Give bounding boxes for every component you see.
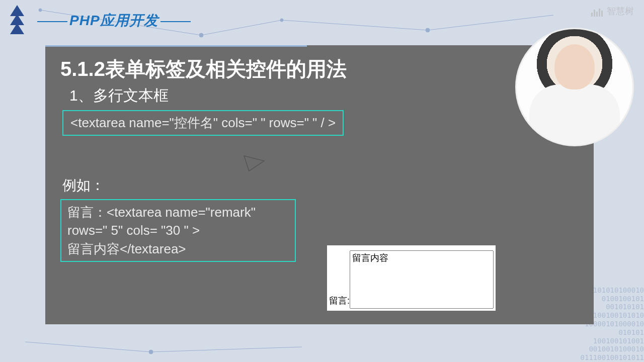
slide-heading: 5.1.2表单标签及相关控件的用法 [60, 55, 579, 83]
svg-line-1 [201, 20, 282, 35]
svg-line-4 [25, 342, 151, 352]
slide-accent-line [45, 45, 307, 47]
cursor-icon [242, 153, 267, 173]
code-line-3: 留言内容</textarea> [67, 240, 289, 258]
watermark: 智慧树 [591, 5, 634, 17]
code-syntax-box: <textarea name="控件名" cols=" " rows=" " /… [62, 110, 344, 136]
render-preview-box: 留言: [327, 245, 496, 311]
svg-line-2 [282, 20, 428, 30]
render-textarea[interactable] [350, 250, 494, 309]
svg-point-8 [426, 28, 430, 32]
presenter-avatar [515, 28, 634, 146]
course-title: PHP应用开发 [35, 11, 193, 30]
svg-point-9 [149, 350, 153, 354]
slide-subtitle: 1、多行文本框 [69, 85, 579, 106]
svg-line-5 [151, 347, 302, 352]
render-label: 留言: [329, 295, 350, 307]
example-label: 例如： [62, 176, 579, 195]
code-example-box: 留言：<textarea name="remark" rows=" 5" col… [60, 199, 296, 262]
code-line-1: 留言：<textarea name="remark" [67, 203, 289, 221]
slide-panel: 5.1.2表单标签及相关控件的用法 1、多行文本框 <textarea name… [45, 45, 594, 324]
svg-point-6 [199, 33, 203, 37]
svg-line-3 [428, 15, 553, 30]
code-line-2: rows=" 5" cols= "30 " > [67, 221, 289, 239]
svg-point-7 [280, 19, 283, 22]
decorative-arrows [10, 5, 24, 32]
svg-marker-11 [244, 156, 264, 171]
